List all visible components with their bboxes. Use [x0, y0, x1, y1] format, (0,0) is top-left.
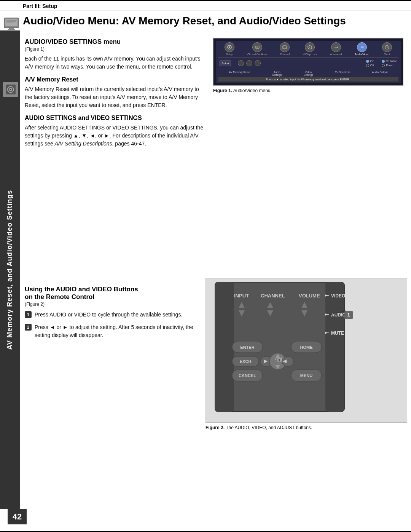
- figure1-box: Setup CC Closed Captions Channel V: [213, 38, 403, 86]
- menu-icon-advanced: Advanced: [330, 42, 342, 56]
- step1-badge: 1: [25, 311, 32, 318]
- using-title-line1: Using the AUDIO and VIDEO Buttons on the…: [25, 286, 204, 301]
- fixed-label: Fixed: [386, 64, 393, 67]
- section3-title: AUDIO SETTINGS and VIDEO SETTINGS: [25, 115, 204, 121]
- svg-text:2: 2: [278, 358, 280, 362]
- sidebar: AV Memory Reset, and Audio/Video Setting…: [0, 30, 20, 509]
- menu-icon-audiovideo: Audio/Video: [355, 42, 369, 56]
- figure2-caption: Figure 2. The AUDIO, VIDEO, and ADJUST b…: [206, 425, 407, 430]
- vchip-label: V-Chip Lock: [303, 53, 317, 56]
- svg-point-12: [229, 46, 230, 48]
- variable-label: Variable: [386, 59, 397, 63]
- header-icon: [3, 14, 20, 31]
- svg-text:MENU: MENU: [300, 373, 312, 378]
- sidebar-text: AV Memory Reset, and Audio/Video Setting…: [6, 190, 14, 350]
- variable-dot: [382, 60, 385, 63]
- off-radio: Off: [366, 64, 374, 67]
- svg-text:MUTE: MUTE: [331, 331, 344, 336]
- section2-title: A/V Memory Reset: [25, 76, 204, 83]
- svg-text:EXCH: EXCH: [240, 359, 252, 364]
- svg-rect-25: [215, 282, 234, 412]
- tv-speakers-label: TV Speakers: [335, 71, 350, 76]
- variable-radio: Variable: [382, 59, 397, 63]
- svg-text:VOLUME: VOLUME: [299, 293, 320, 299]
- audio-settings-label: AudioSettings: [272, 71, 282, 76]
- content-right: Setup CC Closed Captions Channel V: [213, 38, 403, 93]
- top-border: [0, 0, 411, 1]
- figure1-inner: Setup CC Closed Captions Channel V: [216, 41, 401, 83]
- step2-text: Press ◄ or ► to adjust the setting. Afte…: [35, 323, 204, 339]
- svg-text:1: 1: [347, 312, 350, 318]
- section4-figure-label: (Figure 2): [25, 302, 204, 307]
- channel-label: Channel: [280, 53, 290, 56]
- on-off-group: On Off: [366, 59, 374, 67]
- section1-body: Each of the 11 inputs has its own A/V me…: [25, 55, 204, 71]
- figure2-caption-text: The AUDIO, VIDEO, and ADJUST buttons.: [226, 425, 312, 430]
- svg-rect-26: [325, 282, 344, 412]
- sidebar-icon: [3, 82, 18, 97]
- audio-output-label: Audio Output: [372, 71, 388, 76]
- svg-text:CHANNEL: CHANNEL: [261, 293, 285, 299]
- menu-icon-vchip: V V-Chip Lock: [303, 42, 317, 56]
- svg-marker-19: [337, 46, 338, 48]
- figure1-caption-text: Audio/Video menu: [233, 88, 271, 93]
- using-title-1: Using the AUDIO and VIDEO Buttons: [25, 286, 138, 293]
- numbered-list: 1 Press AUDIO or VIDEO to cycle through …: [25, 311, 204, 339]
- vchip-icon: V: [305, 42, 315, 52]
- video-settings-label: VideoSettings: [303, 71, 313, 76]
- part-header: Part III: Setup: [23, 3, 57, 9]
- audiovideo-icon: [357, 42, 367, 52]
- step1-text: Press AUDIO or VIDEO to cycle through th…: [35, 311, 182, 319]
- av-memory-reset-label: AV Memory Reset: [229, 71, 250, 76]
- svg-text:INPUT: INPUT: [234, 293, 249, 299]
- header-rule: [0, 11, 411, 11]
- svg-text:VIDEO: VIDEO: [331, 293, 345, 299]
- setup-label: Setup: [226, 53, 233, 56]
- step2-badge: 2: [25, 324, 32, 331]
- section3-body: After selecting AUDIO SETTINGS or VIDEO …: [25, 124, 204, 148]
- var-fix-group: Variable Fixed: [382, 59, 397, 67]
- cc-label: Closed Captions: [247, 53, 267, 56]
- on-dot: [366, 60, 369, 63]
- clock-label: Clock: [384, 53, 390, 56]
- menu-bottom-row: AV Memory Reset AudioSettings VideoSetti…: [218, 71, 398, 76]
- content-left: AUDIO/VIDEO SETTINGS menu (Figure 1) Eac…: [25, 38, 204, 153]
- menu-icon-clock: Clock: [382, 42, 392, 56]
- off-dot: [366, 64, 369, 67]
- clock-icon: [382, 42, 392, 52]
- svg-point-10: [10, 89, 11, 90]
- menu-divider-2: [218, 69, 398, 69]
- menu-icon-setup: Setup: [225, 42, 234, 56]
- menu-prompt: Press ▲▼ to select input for AV memory r…: [218, 77, 398, 81]
- on-radio: On: [366, 59, 374, 63]
- figure2-caption-prefix: Figure 2.: [206, 425, 225, 430]
- svg-text:CANCEL: CANCEL: [239, 373, 256, 378]
- svg-text:ENTER: ENTER: [240, 345, 254, 350]
- using-title-2: on the Remote Control: [25, 293, 94, 300]
- svg-text:V: V: [309, 46, 311, 48]
- ant-a-box: Ant-A: [220, 61, 231, 66]
- section1-figure-label: (Figure 1): [25, 46, 204, 52]
- menu-options-row: Ant-A On Off: [218, 59, 398, 68]
- fixed-radio: Fixed: [382, 64, 397, 67]
- audiovideo-label: Audio/Video: [355, 53, 369, 56]
- cc-icon: CC: [252, 42, 262, 52]
- page-number: 42: [8, 509, 27, 524]
- menu-divider: [218, 57, 398, 58]
- on-label: On: [370, 59, 374, 63]
- menu-icon-channel: Channel: [280, 42, 290, 56]
- setup-icon: [225, 42, 234, 52]
- bottom-section: Using the AUDIO and VIDEO Buttons on the…: [25, 286, 204, 344]
- svg-text:CC: CC: [256, 46, 258, 48]
- svg-rect-1: [5, 19, 18, 26]
- menu-icons-row: Setup CC Closed Captions Channel V: [218, 42, 398, 56]
- svg-text:HOME: HOME: [300, 345, 313, 350]
- figure2-container: INPUT CHANNEL VOLUME VIDEO AUDIO 1: [206, 278, 407, 430]
- svg-rect-15: [283, 46, 287, 49]
- advanced-icon: [331, 42, 341, 52]
- fixed-dot: [382, 64, 385, 67]
- svg-rect-3: [8, 29, 15, 30]
- svg-rect-2: [9, 28, 14, 29]
- section1-title: AUDIO/VIDEO SETTINGS menu: [25, 38, 204, 46]
- main-title: Audio/Video Menu: AV Memory Reset, and A…: [23, 14, 400, 27]
